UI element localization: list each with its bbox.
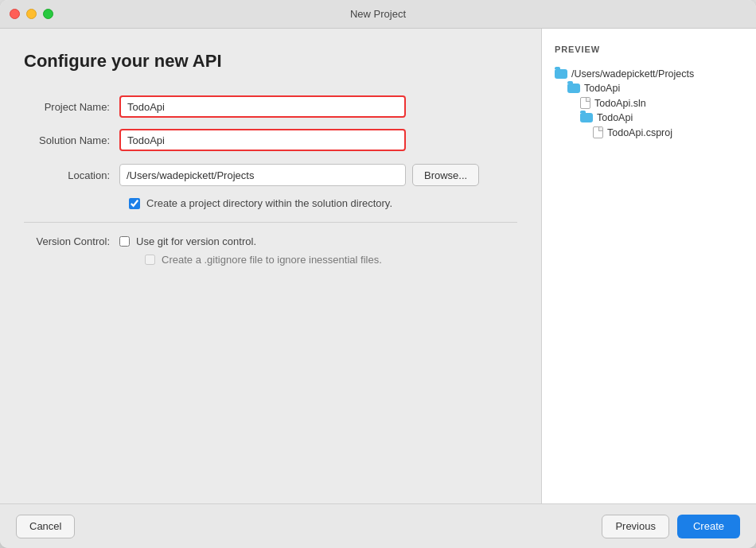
close-button[interactable] (10, 9, 20, 19)
list-item: TodoApi.sln (555, 95, 743, 111)
create-gitignore-checkbox[interactable] (145, 255, 155, 265)
use-git-label: Use git for version control. (136, 235, 256, 247)
create-button[interactable]: Create (677, 515, 740, 538)
tree-node-label: TodoApi (597, 112, 633, 123)
tree-node-label: /Users/wadepickett/Projects (571, 68, 694, 80)
tree-node-label: TodoApi (584, 83, 620, 94)
titlebar: New Project (0, 0, 756, 29)
solution-name-label: Solution Name: (24, 134, 119, 146)
create-dir-row: Create a project directory within the so… (129, 197, 517, 209)
solution-name-row: Solution Name: (24, 129, 517, 151)
gitignore-row: Create a .gitignore file to ignore iness… (145, 254, 517, 266)
section-divider (24, 222, 517, 223)
location-input[interactable] (119, 164, 406, 186)
project-name-input[interactable] (119, 95, 406, 118)
form-area: Project Name: Solution Name: Location: B… (24, 95, 517, 488)
solution-name-input[interactable] (119, 129, 406, 151)
right-buttons: Previous Create (602, 515, 740, 538)
project-name-row: Project Name: (24, 95, 517, 118)
left-panel: Configure your new API Project Name: Sol… (0, 29, 541, 503)
window-controls (10, 9, 53, 19)
file-tree: /Users/wadepickett/Projects TodoApi Todo… (555, 67, 743, 140)
folder-icon (567, 84, 580, 93)
list-item: TodoApi (555, 111, 743, 125)
folder-icon (555, 69, 567, 79)
tree-node-label: TodoApi.sln (594, 98, 646, 109)
project-name-label: Project Name: (24, 101, 119, 113)
previous-button[interactable]: Previous (602, 515, 669, 538)
version-control-section: Version Control: Use git for version con… (24, 235, 517, 266)
browse-button[interactable]: Browse... (412, 164, 479, 186)
maximize-button[interactable] (43, 9, 53, 19)
file-icon (580, 97, 590, 109)
preview-title: PREVIEW (555, 45, 743, 54)
version-control-label: Version Control: (24, 235, 119, 247)
file-icon (593, 126, 603, 138)
preview-panel: PREVIEW /Users/wadepickett/Projects Todo… (541, 29, 756, 503)
page-title: Configure your new API (24, 51, 517, 72)
create-gitignore-label: Create a .gitignore file to ignore iness… (162, 254, 382, 266)
main-content: Configure your new API Project Name: Sol… (0, 29, 756, 503)
list-item: TodoApi.csproj (555, 125, 743, 140)
folder-icon (580, 113, 593, 122)
location-label: Location: (24, 169, 119, 181)
bottom-bar: Cancel Previous Create (0, 503, 756, 548)
new-project-window: New Project Configure your new API Proje… (0, 0, 756, 548)
version-control-row: Version Control: Use git for version con… (24, 235, 517, 247)
location-row: Location: Browse... (24, 164, 517, 186)
list-item: TodoApi (555, 81, 743, 95)
use-git-checkbox[interactable] (119, 236, 130, 247)
window-title: New Project (350, 8, 406, 20)
create-dir-checkbox[interactable] (129, 198, 140, 209)
cancel-button[interactable]: Cancel (16, 515, 75, 538)
minimize-button[interactable] (26, 9, 37, 19)
create-dir-label: Create a project directory within the so… (146, 197, 392, 209)
tree-node-label: TodoApi.csproj (607, 127, 672, 138)
list-item: /Users/wadepickett/Projects (555, 67, 743, 81)
